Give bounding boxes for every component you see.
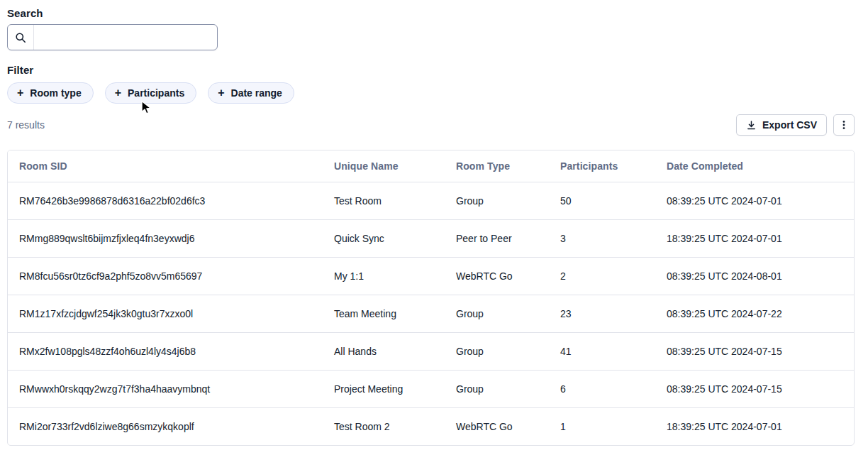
cell-room-sid: RMi2or733rf2vd6lziwe8g66smzykqkoplf <box>8 408 323 446</box>
cell-date-completed: 08:39:25 UTC 2024-07-15 <box>655 371 854 408</box>
filter-chip-date-range[interactable]: + Date range <box>208 82 294 104</box>
plus-icon: + <box>17 87 23 99</box>
filter-chip-label: Room type <box>30 87 81 99</box>
search-box <box>7 24 218 50</box>
filter-chip-room-type[interactable]: + Room type <box>7 82 94 104</box>
cell-unique-name: Test Room <box>323 182 445 220</box>
column-header-participants: Participants <box>549 150 655 182</box>
cell-room-type: Group <box>445 333 549 371</box>
cell-date-completed: 18:39:25 UTC 2024-07-01 <box>655 408 854 446</box>
filter-chip-participants[interactable]: + Participants <box>105 82 196 104</box>
cell-date-completed: 18:39:25 UTC 2024-07-01 <box>655 220 854 258</box>
video-rooms-log-page: Search Filter + Room type + Participants… <box>0 0 868 446</box>
table-row[interactable]: RM8fcu56sr0tz6cf9a2phf5zo8vv5m65697 My 1… <box>8 258 854 295</box>
column-header-unique-name: Unique Name <box>323 150 445 182</box>
cell-participants: 23 <box>549 295 655 333</box>
more-options-button[interactable] <box>833 114 855 136</box>
table-row[interactable]: RMx2fw108pgls48zzf4oh6uzl4ly4s4j6b8 All … <box>8 333 854 371</box>
search-label: Search <box>7 7 868 19</box>
cell-participants: 41 <box>549 333 655 371</box>
column-header-room-sid: Room SID <box>8 150 323 182</box>
plus-icon: + <box>218 87 224 99</box>
table-header-row: Room SID Unique Name Room Type Participa… <box>8 150 854 182</box>
cell-unique-name: Team Meeting <box>323 295 445 333</box>
cell-date-completed: 08:39:25 UTC 2024-08-01 <box>655 258 854 295</box>
cell-room-type: Group <box>445 182 549 220</box>
cell-room-type: WebRTC Go <box>445 408 549 446</box>
cell-participants: 50 <box>549 182 655 220</box>
cell-participants: 2 <box>549 258 655 295</box>
cell-date-completed: 08:39:25 UTC 2024-07-01 <box>655 182 854 220</box>
cell-room-sid: RMwwxh0rskqqy2wzg7t7f3ha4haavymbnqt <box>8 371 323 408</box>
cell-unique-name: Test Room 2 <box>323 408 445 446</box>
filter-chip-row: + Room type + Participants + Date range <box>7 82 868 104</box>
kebab-menu-icon <box>838 119 850 131</box>
table-row[interactable]: RM76426b3e9986878d6316a22bf02d6fc3 Test … <box>8 182 854 220</box>
column-header-room-type: Room Type <box>445 150 549 182</box>
search-icon <box>8 25 34 50</box>
filter-chip-label: Participants <box>128 87 184 99</box>
search-input[interactable] <box>34 25 217 50</box>
table-toolbar: 7 results Export CSV <box>7 114 855 136</box>
cell-participants: 3 <box>549 220 655 258</box>
cell-room-type: WebRTC Go <box>445 258 549 295</box>
results-count: 7 results <box>7 119 45 131</box>
export-csv-label: Export CSV <box>762 119 817 131</box>
cell-room-sid: RM76426b3e9986878d6316a22bf02d6fc3 <box>8 182 323 220</box>
cell-participants: 1 <box>549 408 655 446</box>
cell-room-sid: RM8fcu56sr0tz6cf9a2phf5zo8vv5m65697 <box>8 258 323 295</box>
table-row[interactable]: RMmg889qwslt6bijmzfjxleq4fn3eyxwdj6 Quic… <box>8 220 854 258</box>
cell-room-type: Group <box>445 295 549 333</box>
cell-room-sid: RMmg889qwslt6bijmzfjxleq4fn3eyxwdj6 <box>8 220 323 258</box>
filter-chip-label: Date range <box>231 87 282 99</box>
export-csv-button[interactable]: Export CSV <box>736 114 827 136</box>
cell-participants: 6 <box>549 371 655 408</box>
toolbar-actions: Export CSV <box>736 114 855 136</box>
cell-unique-name: Quick Sync <box>323 220 445 258</box>
cell-unique-name: Project Meeting <box>323 371 445 408</box>
cell-room-type: Peer to Peer <box>445 220 549 258</box>
plus-icon: + <box>115 87 121 99</box>
cell-room-sid: RM1z17xfzcjdgwf254jk3k0gtu3r7xzxo0l <box>8 295 323 333</box>
column-header-date-completed: Date Completed <box>655 150 854 182</box>
cell-room-type: Group <box>445 371 549 408</box>
table-row[interactable]: RMwwxh0rskqqy2wzg7t7f3ha4haavymbnqt Proj… <box>8 371 854 408</box>
cell-date-completed: 08:39:25 UTC 2024-07-22 <box>655 295 854 333</box>
download-icon <box>746 120 757 131</box>
cell-unique-name: My 1:1 <box>323 258 445 295</box>
table-row[interactable]: RMi2or733rf2vd6lziwe8g66smzykqkoplf Test… <box>8 408 854 446</box>
table-row[interactable]: RM1z17xfzcjdgwf254jk3k0gtu3r7xzxo0l Team… <box>8 295 854 333</box>
rooms-table: Room SID Unique Name Room Type Participa… <box>7 150 855 446</box>
cell-date-completed: 08:39:25 UTC 2024-07-15 <box>655 333 854 371</box>
cell-unique-name: All Hands <box>323 333 445 371</box>
cell-room-sid: RMx2fw108pgls48zzf4oh6uzl4ly4s4j6b8 <box>8 333 323 371</box>
filter-label: Filter <box>7 64 868 76</box>
